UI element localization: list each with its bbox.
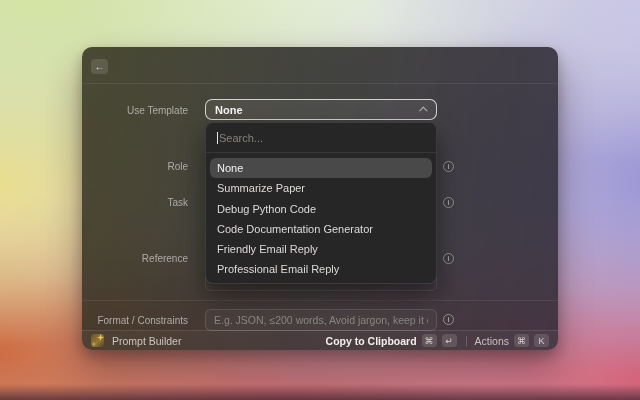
dropdown-item-summarize-paper[interactable]: Summarize Paper bbox=[210, 178, 432, 198]
role-info-icon[interactable]: i bbox=[443, 161, 454, 172]
use-template-label: Use Template bbox=[82, 104, 188, 117]
action-bar: Prompt Builder Copy to Clipboard ⌘ ↵ Act… bbox=[82, 330, 558, 350]
prompt-builder-window: ← Use Template None Role Task Reference … bbox=[82, 47, 558, 350]
dropdown-item-none[interactable]: None bbox=[210, 158, 432, 178]
actions-button[interactable]: Actions bbox=[475, 335, 509, 347]
prompt-builder-app-icon bbox=[91, 334, 104, 347]
use-template-select[interactable]: None bbox=[205, 99, 437, 120]
task-info-icon[interactable]: i bbox=[443, 197, 454, 208]
format-constraints-input[interactable] bbox=[205, 309, 437, 331]
sparkle-small-icon bbox=[92, 342, 96, 346]
search-placeholder: Search... bbox=[219, 132, 263, 144]
chevron-up-icon bbox=[419, 106, 427, 114]
dropdown-item-friendly-email-reply[interactable]: Friendly Email Reply bbox=[210, 239, 432, 259]
cmd-key-icon: ⌘ bbox=[422, 334, 437, 347]
copy-to-clipboard-button[interactable]: Copy to Clipboard bbox=[326, 335, 417, 347]
dropdown-item-code-documentation-generator[interactable]: Code Documentation Generator bbox=[210, 219, 432, 239]
format-info-icon[interactable]: i bbox=[443, 314, 454, 325]
enter-key-icon: ↵ bbox=[442, 334, 457, 347]
back-button[interactable]: ← bbox=[91, 59, 108, 74]
app-name: Prompt Builder bbox=[112, 335, 181, 347]
template-dropdown: Search... None Summarize Paper Debug Pyt… bbox=[205, 122, 437, 284]
dropdown-search-input[interactable]: Search... bbox=[206, 123, 436, 152]
k-key-icon: K bbox=[534, 334, 549, 347]
use-template-value: None bbox=[215, 104, 243, 116]
action-bar-actions: Copy to Clipboard ⌘ ↵ Actions ⌘ K bbox=[326, 334, 549, 347]
task-label: Task bbox=[82, 196, 188, 209]
dropdown-item-professional-email-reply[interactable]: Professional Email Reply bbox=[210, 259, 432, 279]
back-arrow-icon: ← bbox=[95, 60, 105, 74]
reference-label: Reference bbox=[82, 252, 188, 265]
action-bar-divider bbox=[466, 336, 467, 346]
action-bar-app: Prompt Builder bbox=[91, 334, 181, 347]
sparkle-icon bbox=[97, 334, 104, 341]
cmd-key-icon: ⌘ bbox=[514, 334, 529, 347]
text-cursor bbox=[217, 132, 218, 144]
dropdown-list: None Summarize Paper Debug Python Code C… bbox=[206, 153, 436, 285]
role-label: Role bbox=[82, 160, 188, 173]
format-constraints-label: Format / Constraints bbox=[82, 314, 188, 327]
dropdown-item-debug-python-code[interactable]: Debug Python Code bbox=[210, 199, 432, 219]
reference-info-icon[interactable]: i bbox=[443, 253, 454, 264]
form-section-divider bbox=[82, 300, 558, 301]
header-divider bbox=[82, 83, 558, 84]
